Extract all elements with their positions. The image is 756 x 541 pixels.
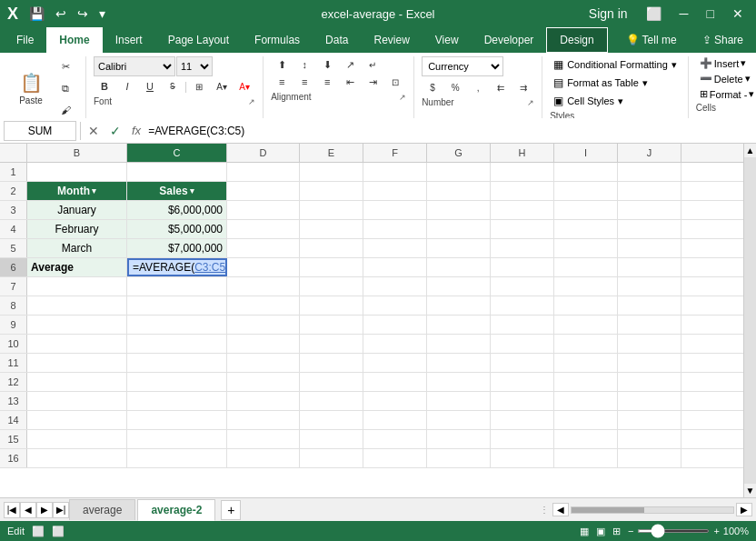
cell-styles-button[interactable]: ▣ Cell Styles ▾: [550, 93, 681, 109]
cell-h6[interactable]: [491, 258, 554, 276]
save-btn[interactable]: 💾: [25, 5, 48, 22]
qa-dropdown-btn[interactable]: ▾: [95, 5, 109, 22]
align-bottom-button[interactable]: ⬇: [316, 56, 338, 73]
cell-h2[interactable]: [491, 182, 554, 200]
cell-i5[interactable]: [554, 239, 618, 257]
page-layout-view-btn[interactable]: ▣: [596, 526, 605, 537]
cell-d1[interactable]: [227, 163, 300, 181]
cell-g2[interactable]: [427, 182, 491, 200]
formula-input[interactable]: [148, 121, 752, 141]
cell-e4[interactable]: [300, 220, 363, 238]
cell-e6[interactable]: [300, 258, 363, 276]
formula-confirm-btn[interactable]: ✓: [106, 124, 124, 138]
align-top-button[interactable]: ⬆: [271, 56, 293, 73]
cell-h5[interactable]: [491, 239, 554, 257]
close-btn[interactable]: ✕: [727, 5, 749, 23]
cell-j3[interactable]: [618, 201, 681, 219]
cell-f5[interactable]: [363, 239, 427, 257]
alignment-expand-icon[interactable]: ↗: [399, 93, 406, 102]
hscroll-right-btn[interactable]: ▶: [736, 503, 752, 516]
cell-j5[interactable]: [618, 239, 681, 257]
status-accessibility-btn[interactable]: ⬜: [32, 526, 45, 537]
sheet-nav-last[interactable]: ▶|: [53, 502, 69, 518]
cell-g6[interactable]: [427, 258, 491, 276]
page-break-view-btn[interactable]: ⊞: [612, 526, 621, 537]
cut-button[interactable]: ✂: [53, 56, 78, 76]
increase-decimal-button[interactable]: ⇉: [512, 79, 534, 95]
row-num-9[interactable]: 9: [0, 316, 27, 334]
cell-f2[interactable]: [363, 182, 427, 200]
share-btn[interactable]: ⇪ Share: [690, 27, 756, 53]
col-header-b[interactable]: B: [27, 144, 127, 162]
cell-i2[interactable]: [554, 182, 618, 200]
row-num-2[interactable]: 2: [0, 182, 27, 200]
formula-cancel-btn[interactable]: ✕: [85, 124, 103, 138]
cell-d4[interactable]: [227, 220, 300, 238]
ribbon-display-btn[interactable]: ⬜: [641, 5, 667, 23]
row-num-15[interactable]: 15: [0, 430, 27, 448]
cell-c3[interactable]: $6,000,000: [127, 201, 227, 219]
cell-c4[interactable]: $5,000,000: [127, 220, 227, 238]
align-right-button[interactable]: ≡: [316, 74, 338, 90]
tab-review[interactable]: Review: [361, 27, 422, 53]
col-header-i[interactable]: I: [554, 144, 618, 162]
font-color-button[interactable]: A▾: [234, 78, 255, 95]
indent-decrease-button[interactable]: ⇤: [339, 74, 361, 90]
scroll-up-btn[interactable]: ▲: [744, 144, 756, 157]
cell-e2[interactable]: [300, 182, 363, 200]
cell-i4[interactable]: [554, 220, 618, 238]
hscroll-left-btn[interactable]: ◀: [552, 503, 569, 516]
cell-c2[interactable]: Sales ▾: [127, 182, 227, 200]
zoom-out-btn[interactable]: −: [628, 526, 633, 536]
tab-data[interactable]: Data: [313, 27, 361, 53]
vertical-scrollbar[interactable]: ▲ ▼: [743, 144, 756, 497]
scroll-track[interactable]: [744, 157, 756, 484]
decrease-decimal-button[interactable]: ⇇: [490, 79, 512, 95]
minimize-btn[interactable]: ─: [674, 5, 694, 23]
cell-b6[interactable]: Average: [27, 258, 127, 276]
sheet-nav-next[interactable]: ▶: [36, 502, 53, 518]
sales-dropdown-arrow[interactable]: ▾: [190, 186, 194, 195]
format-as-table-button[interactable]: ▤ Format as Table ▾: [550, 75, 681, 91]
tab-view[interactable]: View: [423, 27, 472, 53]
conditional-formatting-button[interactable]: ▦ Conditional Formatting ▾: [550, 56, 681, 73]
italic-button[interactable]: I: [116, 78, 138, 95]
insert-button[interactable]: ➕ Insert ▾: [696, 56, 756, 70]
cell-b4[interactable]: February: [27, 220, 127, 238]
format-painter-button[interactable]: 🖌: [53, 100, 78, 120]
row-num-10[interactable]: 10: [0, 335, 27, 353]
cell-c6-formula[interactable]: =AVERAGE(C3:C5): [127, 258, 227, 276]
sheet-tab-average-2[interactable]: average-2: [137, 499, 215, 521]
cell-g3[interactable]: [427, 201, 491, 219]
merge-center-button[interactable]: ⊡: [384, 74, 406, 90]
cell-j1[interactable]: [618, 163, 681, 181]
cell-g4[interactable]: [427, 220, 491, 238]
cell-e1[interactable]: [300, 163, 363, 181]
cell-j4[interactable]: [618, 220, 681, 238]
col-header-c[interactable]: C: [127, 144, 227, 162]
align-middle-button[interactable]: ↕: [293, 56, 315, 73]
font-size-select[interactable]: 11: [176, 56, 213, 76]
paste-button[interactable]: 📋 Paste: [11, 64, 51, 113]
cell-g5[interactable]: [427, 239, 491, 257]
cell-j6[interactable]: [618, 258, 681, 276]
cell-c1[interactable]: [127, 163, 227, 181]
cell-f6[interactable]: [363, 258, 427, 276]
row-num-3[interactable]: 3: [0, 201, 27, 219]
bold-button[interactable]: B: [94, 78, 115, 95]
row-num-1[interactable]: 1: [0, 163, 27, 181]
col-header-h[interactable]: H: [491, 144, 554, 162]
hscroll-thumb[interactable]: [572, 507, 644, 513]
cell-e3[interactable]: [300, 201, 363, 219]
col-header-d[interactable]: D: [227, 144, 300, 162]
col-header-g[interactable]: G: [427, 144, 491, 162]
maximize-btn[interactable]: □: [701, 5, 720, 23]
tab-formulas[interactable]: Formulas: [242, 27, 313, 53]
cell-b1[interactable]: [27, 163, 127, 181]
cell-e5[interactable]: [300, 239, 363, 257]
cell-d6[interactable]: [227, 258, 300, 276]
sheet-nav-first[interactable]: |◀: [4, 502, 20, 518]
align-center-button[interactable]: ≡: [293, 74, 315, 90]
cell-b3[interactable]: January: [27, 201, 127, 219]
name-box-input[interactable]: [4, 121, 76, 141]
